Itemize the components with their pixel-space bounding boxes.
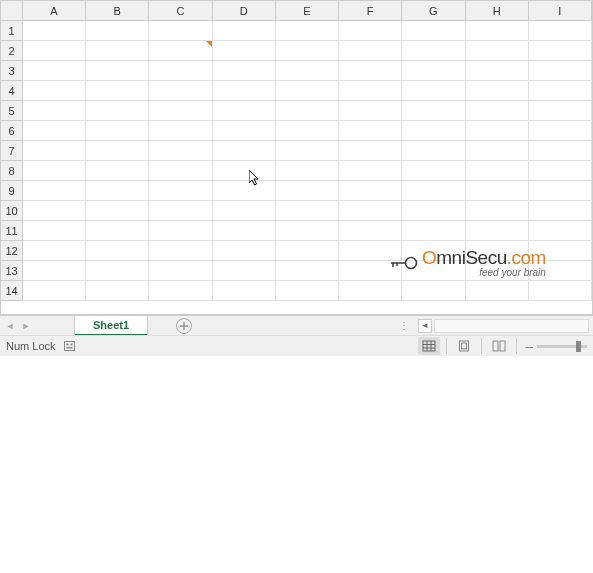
cell[interactable] bbox=[213, 161, 276, 181]
cell[interactable] bbox=[213, 41, 276, 61]
cell[interactable] bbox=[213, 281, 276, 301]
cell[interactable] bbox=[86, 21, 149, 41]
col-header[interactable]: D bbox=[213, 1, 276, 21]
col-header[interactable]: I bbox=[529, 1, 592, 21]
cell[interactable] bbox=[339, 281, 402, 301]
cell[interactable] bbox=[213, 221, 276, 241]
cell[interactable] bbox=[339, 121, 402, 141]
cell[interactable] bbox=[149, 101, 212, 121]
cell[interactable] bbox=[276, 221, 339, 241]
cell[interactable] bbox=[86, 121, 149, 141]
cell[interactable] bbox=[86, 181, 149, 201]
row-header[interactable]: 10 bbox=[1, 201, 23, 221]
cell[interactable] bbox=[339, 21, 402, 41]
cell[interactable] bbox=[23, 261, 86, 281]
col-header[interactable]: E bbox=[276, 1, 339, 21]
cell[interactable] bbox=[339, 101, 402, 121]
cell[interactable] bbox=[23, 221, 86, 241]
row-header[interactable]: 9 bbox=[1, 181, 23, 201]
cell[interactable] bbox=[276, 81, 339, 101]
cell[interactable] bbox=[466, 121, 529, 141]
cell[interactable] bbox=[529, 281, 592, 301]
cell[interactable] bbox=[529, 201, 592, 221]
cell[interactable] bbox=[402, 121, 465, 141]
cell[interactable] bbox=[23, 281, 86, 301]
select-all-corner[interactable] bbox=[1, 1, 23, 21]
row-header[interactable]: 7 bbox=[1, 141, 23, 161]
cell[interactable] bbox=[466, 141, 529, 161]
cell[interactable] bbox=[86, 41, 149, 61]
cell[interactable] bbox=[23, 201, 86, 221]
zoom-slider[interactable] bbox=[537, 345, 587, 348]
row-header[interactable]: 14 bbox=[1, 281, 23, 301]
cell[interactable] bbox=[339, 221, 402, 241]
cell[interactable] bbox=[466, 281, 529, 301]
cell[interactable] bbox=[23, 241, 86, 261]
cell[interactable] bbox=[276, 181, 339, 201]
row-header[interactable]: 11 bbox=[1, 221, 23, 241]
view-page-layout-icon[interactable] bbox=[453, 337, 475, 355]
cell[interactable] bbox=[213, 141, 276, 161]
col-header[interactable]: B bbox=[86, 1, 149, 21]
comment-marker-icon[interactable] bbox=[206, 41, 212, 47]
cell[interactable] bbox=[276, 201, 339, 221]
hscroll-left-icon[interactable]: ◄ bbox=[418, 319, 432, 333]
cell[interactable] bbox=[402, 281, 465, 301]
cell[interactable] bbox=[276, 41, 339, 61]
row-header[interactable]: 2 bbox=[1, 41, 23, 61]
cell[interactable] bbox=[149, 161, 212, 181]
cell[interactable] bbox=[213, 61, 276, 81]
cell[interactable] bbox=[213, 121, 276, 141]
hscroll-track[interactable] bbox=[434, 319, 589, 333]
cell[interactable] bbox=[276, 241, 339, 261]
cell[interactable] bbox=[529, 21, 592, 41]
cell[interactable] bbox=[86, 261, 149, 281]
cell[interactable] bbox=[86, 281, 149, 301]
cell[interactable] bbox=[86, 81, 149, 101]
cell[interactable] bbox=[276, 61, 339, 81]
row-header[interactable]: 6 bbox=[1, 121, 23, 141]
cell[interactable] bbox=[466, 161, 529, 181]
cell[interactable] bbox=[339, 181, 402, 201]
cell[interactable] bbox=[529, 181, 592, 201]
cell[interactable] bbox=[402, 201, 465, 221]
cell[interactable] bbox=[402, 81, 465, 101]
cell[interactable] bbox=[402, 101, 465, 121]
cell[interactable] bbox=[23, 41, 86, 61]
cell[interactable] bbox=[23, 121, 86, 141]
cell[interactable] bbox=[149, 121, 212, 141]
cell[interactable] bbox=[86, 241, 149, 261]
cell[interactable] bbox=[402, 141, 465, 161]
cell[interactable] bbox=[213, 201, 276, 221]
cell[interactable] bbox=[466, 81, 529, 101]
cell[interactable] bbox=[466, 201, 529, 221]
cell[interactable] bbox=[402, 41, 465, 61]
cell[interactable] bbox=[339, 61, 402, 81]
cell[interactable] bbox=[529, 41, 592, 61]
cell[interactable] bbox=[276, 101, 339, 121]
cell[interactable] bbox=[23, 21, 86, 41]
cell[interactable] bbox=[23, 81, 86, 101]
cell[interactable] bbox=[402, 21, 465, 41]
cell[interactable] bbox=[402, 221, 465, 241]
cell[interactable] bbox=[86, 221, 149, 241]
cell[interactable] bbox=[86, 101, 149, 121]
col-header[interactable]: C bbox=[149, 1, 212, 21]
cell[interactable] bbox=[149, 241, 212, 261]
cell[interactable] bbox=[339, 201, 402, 221]
cell[interactable] bbox=[149, 261, 212, 281]
col-header[interactable]: F bbox=[339, 1, 402, 21]
row-header[interactable]: 3 bbox=[1, 61, 23, 81]
cell[interactable] bbox=[529, 221, 592, 241]
cell[interactable] bbox=[149, 201, 212, 221]
row-header[interactable]: 12 bbox=[1, 241, 23, 261]
cell[interactable] bbox=[276, 141, 339, 161]
cell[interactable] bbox=[529, 161, 592, 181]
cell[interactable] bbox=[23, 161, 86, 181]
cell[interactable] bbox=[339, 161, 402, 181]
cell[interactable] bbox=[149, 41, 212, 61]
cell[interactable] bbox=[276, 261, 339, 281]
cell[interactable] bbox=[466, 41, 529, 61]
cell[interactable] bbox=[466, 181, 529, 201]
cell[interactable] bbox=[23, 101, 86, 121]
